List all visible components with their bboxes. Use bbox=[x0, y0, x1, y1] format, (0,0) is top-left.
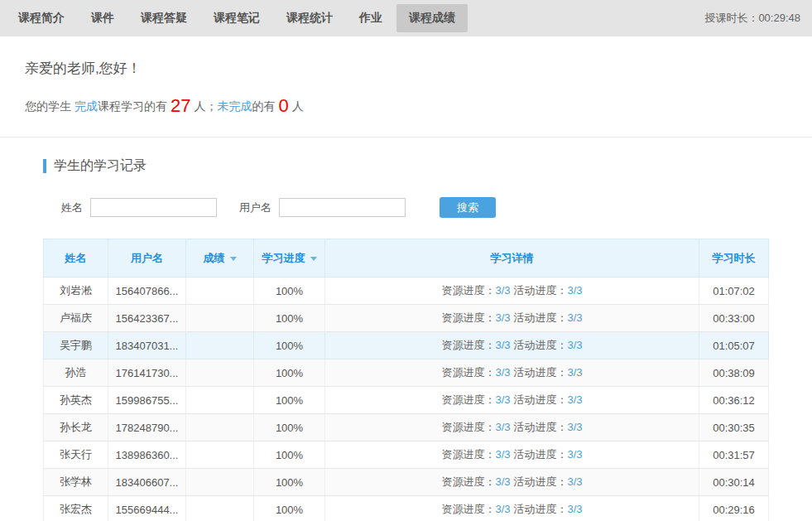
cell-username: 155669444... bbox=[108, 496, 186, 521]
nav-tabs: 课程简介课件课程答疑课程笔记课程统计作业课程成绩 bbox=[5, 4, 468, 32]
teaching-duration-label: 授课时长： bbox=[704, 12, 758, 24]
sort-down-icon[interactable] bbox=[310, 257, 317, 261]
resource-progress-link[interactable]: 3/3 bbox=[495, 503, 510, 515]
resource-progress-label: 资源进度： bbox=[441, 393, 495, 406]
activity-progress-link[interactable]: 3/3 bbox=[568, 366, 583, 379]
nav-tab[interactable]: 课程答疑 bbox=[128, 4, 199, 32]
activity-progress-link[interactable]: 3/3 bbox=[568, 284, 583, 297]
table-row[interactable]: 张天行 138986360... 100% 资源进度：3/3活动进度：3/3 0… bbox=[44, 441, 769, 469]
activity-progress-label: 活动进度： bbox=[514, 421, 568, 433]
nav-tab[interactable]: 课程成绩 bbox=[396, 4, 468, 32]
table-row[interactable]: 孙长龙 178248790... 100% 资源进度：3/3活动进度：3/3 0… bbox=[44, 414, 769, 441]
cell-score bbox=[186, 441, 254, 469]
activity-progress-link[interactable]: 3/3 bbox=[568, 339, 583, 351]
cell-score bbox=[186, 277, 254, 305]
cell-detail: 资源进度：3/3活动进度：3/3 bbox=[325, 441, 699, 469]
column-header[interactable]: 成绩 bbox=[186, 239, 254, 277]
search-button[interactable]: 搜索 bbox=[440, 197, 496, 218]
column-header[interactable]: 学习进度 bbox=[254, 239, 325, 277]
resource-progress-link[interactable]: 3/3 bbox=[495, 339, 510, 351]
resource-progress-link[interactable]: 3/3 bbox=[495, 311, 510, 324]
column-header-label: 学习时长 bbox=[713, 252, 756, 264]
records-section: 学生的学习记录 姓名 用户名 搜索 姓名用户名成绩学习进度学习详情学习时长 刘岩… bbox=[0, 137, 812, 521]
column-header[interactable]: 学习时长 bbox=[699, 239, 769, 277]
table-row[interactable]: 吴宇鹏 183407031... 100% 资源进度：3/3活动进度：3/3 0… bbox=[44, 332, 769, 359]
column-header[interactable]: 学习详情 bbox=[325, 239, 699, 277]
resource-progress-label: 资源进度： bbox=[441, 475, 495, 488]
nav-tab-label: 作业 bbox=[359, 11, 382, 26]
sort-down-icon[interactable] bbox=[230, 257, 237, 261]
table-row[interactable]: 卢福庆 156423367... 100% 资源进度：3/3活动进度：3/3 0… bbox=[44, 305, 769, 332]
nav-tab[interactable]: 课程统计 bbox=[274, 4, 345, 32]
activity-progress-label: 活动进度： bbox=[514, 311, 568, 324]
cell-duration: 00:38:09 bbox=[699, 359, 769, 387]
cell-username: 176141730... bbox=[108, 359, 186, 387]
resource-progress-link[interactable]: 3/3 bbox=[495, 421, 510, 433]
uncompleted-link[interactable]: 未完成 bbox=[217, 99, 252, 113]
cell-duration: 00:30:35 bbox=[699, 414, 769, 441]
username-input[interactable] bbox=[279, 198, 406, 217]
column-header-label: 学习详情 bbox=[491, 252, 534, 264]
cell-duration: 01:07:02 bbox=[699, 277, 769, 305]
activity-progress-label: 活动进度： bbox=[514, 503, 568, 515]
cell-progress: 100% bbox=[254, 469, 325, 496]
cell-name: 张天行 bbox=[44, 441, 108, 469]
cell-progress: 100% bbox=[254, 332, 325, 359]
resource-progress-label: 资源进度： bbox=[441, 503, 495, 515]
resource-progress-link[interactable]: 3/3 bbox=[495, 475, 510, 488]
activity-progress-link[interactable]: 3/3 bbox=[568, 475, 583, 488]
cell-duration: 00:30:14 bbox=[699, 469, 769, 496]
cell-duration: 01:05:07 bbox=[699, 332, 769, 359]
activity-progress-link[interactable]: 3/3 bbox=[568, 311, 583, 324]
stats-unit1: 人； bbox=[194, 99, 217, 113]
resource-progress-link[interactable]: 3/3 bbox=[495, 393, 510, 406]
completed-link[interactable]: 完成 bbox=[74, 99, 98, 113]
table-row[interactable]: 张宏杰 155669444... 100% 资源进度：3/3活动进度：3/3 0… bbox=[44, 496, 769, 521]
title-accent-bar-icon bbox=[43, 159, 46, 173]
table-header-row: 姓名用户名成绩学习进度学习详情学习时长 bbox=[44, 239, 769, 277]
table-row[interactable]: 孙浩 176141730... 100% 资源进度：3/3活动进度：3/3 00… bbox=[44, 359, 769, 387]
cell-name: 吴宇鹏 bbox=[44, 332, 108, 359]
nav-tab[interactable]: 课件 bbox=[79, 4, 127, 32]
cell-duration: 00:31:57 bbox=[699, 441, 769, 469]
nav-tab[interactable]: 作业 bbox=[347, 4, 395, 32]
nav-tab-label: 课程统计 bbox=[286, 11, 333, 26]
cell-duration: 00:36:12 bbox=[699, 387, 769, 414]
column-header[interactable]: 用户名 bbox=[108, 239, 186, 277]
activity-progress-link[interactable]: 3/3 bbox=[568, 503, 583, 515]
cell-name: 张学林 bbox=[44, 469, 108, 496]
resource-progress-label: 资源进度： bbox=[441, 448, 495, 461]
cell-progress: 100% bbox=[254, 387, 325, 414]
cell-progress: 100% bbox=[254, 277, 325, 305]
resource-progress-link[interactable]: 3/3 bbox=[495, 366, 510, 379]
stats-mid: 课程学习的有 bbox=[98, 99, 167, 113]
cell-name: 刘岩淞 bbox=[44, 277, 108, 305]
table-row[interactable]: 张学林 183406607... 100% 资源进度：3/3活动进度：3/3 0… bbox=[44, 469, 769, 496]
activity-progress-label: 活动进度： bbox=[514, 448, 568, 461]
activity-progress-link[interactable]: 3/3 bbox=[568, 393, 583, 406]
stats-unit2: 人 bbox=[292, 99, 304, 113]
resource-progress-link[interactable]: 3/3 bbox=[495, 448, 510, 461]
nav-tab[interactable]: 课程简介 bbox=[6, 4, 77, 32]
table-row[interactable]: 孙英杰 159986755... 100% 资源进度：3/3活动进度：3/3 0… bbox=[44, 387, 769, 414]
activity-progress-link[interactable]: 3/3 bbox=[568, 448, 583, 461]
nav-tab[interactable]: 课程笔记 bbox=[201, 4, 272, 32]
cell-progress: 100% bbox=[254, 441, 325, 469]
greeting-stats: 您的学生 完成课程学习的有27人；未完成的有0人 bbox=[25, 95, 787, 117]
cell-username: 178248790... bbox=[108, 414, 186, 441]
nav-tab-label: 课程答疑 bbox=[141, 11, 187, 26]
cell-score bbox=[186, 305, 254, 332]
cell-score bbox=[186, 496, 254, 521]
cell-detail: 资源进度：3/3活动进度：3/3 bbox=[325, 277, 699, 305]
cell-progress: 100% bbox=[254, 414, 325, 441]
resource-progress-link[interactable]: 3/3 bbox=[495, 284, 510, 297]
table-row[interactable]: 刘岩淞 156407866... 100% 资源进度：3/3活动进度：3/3 0… bbox=[44, 277, 769, 305]
resource-progress-label: 资源进度： bbox=[441, 311, 495, 324]
cell-score bbox=[186, 332, 254, 359]
teaching-duration: 授课时长：00:29:48 bbox=[704, 11, 800, 26]
name-input[interactable] bbox=[90, 198, 217, 217]
activity-progress-link[interactable]: 3/3 bbox=[568, 421, 583, 433]
section-title-text: 学生的学习记录 bbox=[54, 157, 147, 175]
cell-duration: 00:33:00 bbox=[699, 305, 769, 332]
column-header[interactable]: 姓名 bbox=[44, 239, 108, 277]
